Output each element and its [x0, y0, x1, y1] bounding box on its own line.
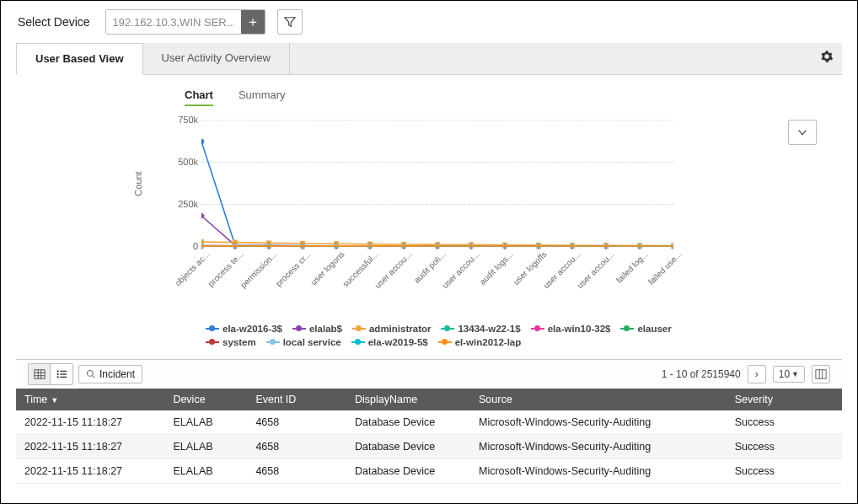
pager: 1 - 10 of 2515940 › 10 ▼	[662, 365, 830, 383]
xtick: audit logs...	[454, 249, 514, 309]
svg-point-96	[56, 373, 58, 375]
columns-icon	[815, 368, 827, 380]
chart-expand-button[interactable]	[788, 120, 817, 145]
legend-item[interactable]: ela-w2019-5$	[351, 337, 428, 347]
legend-marker-icon	[438, 341, 452, 343]
col-header[interactable]: Time▼	[16, 389, 164, 410]
columns-button[interactable]	[812, 365, 830, 383]
list-icon	[56, 368, 67, 380]
svg-rect-90	[34, 370, 44, 379]
ytick: 500k	[168, 157, 198, 167]
xtick: user logons	[286, 249, 346, 309]
chart-area: Count 0250k500k750k objects ac...process…	[159, 111, 699, 322]
tab-0[interactable]: User Based View	[16, 43, 143, 75]
legend-label: ela-w2019-5$	[368, 337, 428, 347]
svg-point-0	[201, 139, 204, 144]
col-header[interactable]: Severity	[727, 389, 842, 410]
legend-marker-icon	[441, 328, 454, 330]
legend-item[interactable]: el-win2012-lap	[438, 337, 522, 347]
page-size-select[interactable]: 10 ▼	[773, 366, 805, 383]
legend-marker-icon	[206, 341, 219, 343]
cell-severity: Success	[727, 410, 842, 435]
cell-severity: Success	[727, 435, 842, 459]
search-icon	[86, 369, 96, 379]
tab-1[interactable]: User Activity Overview	[143, 43, 290, 74]
view-list-button[interactable]	[51, 364, 72, 384]
ytick: 750k	[168, 115, 198, 125]
table-row[interactable]: 2022-11-15 11:18:27ELALAB4658Database De…	[16, 435, 842, 459]
legend-marker-icon	[352, 328, 366, 330]
table-row[interactable]: 2022-11-15 11:18:27ELALAB4658Database De…	[16, 410, 842, 435]
xtick: user accou...	[421, 249, 480, 309]
subtab-1[interactable]: Summary	[239, 85, 286, 106]
cell-event_id: 4658	[247, 410, 346, 435]
chart-legend: ela-w2016-3$elalab$administrator13434-w2…	[206, 324, 686, 347]
xtick: process te...	[185, 249, 244, 309]
chevron-right-icon: ›	[755, 368, 759, 380]
legend-item[interactable]: ela-w2016-3$	[206, 324, 282, 334]
chart-subtabs: ChartSummary	[185, 85, 825, 106]
legend-marker-icon	[206, 328, 219, 330]
col-header[interactable]: DisplayName	[346, 389, 470, 410]
legend-label: elalab$	[309, 324, 342, 334]
view-grid-button[interactable]	[29, 364, 51, 384]
cell-time: 2022-11-15 11:18:27	[16, 435, 164, 459]
xtick: user accou...	[522, 249, 582, 309]
table-row[interactable]: 2022-11-15 11:18:27ELALAB4658Database De…	[16, 459, 842, 484]
cell-display: Database Device	[346, 435, 470, 459]
subtab-0[interactable]: Chart	[185, 85, 213, 106]
y-axis-label: Count	[133, 171, 143, 196]
cell-source: Microsoft-Windows-Security-Auditing	[470, 435, 727, 459]
legend-label: ela-w2016-3$	[223, 324, 282, 334]
xtick: user logoffs	[488, 249, 548, 309]
page-size-value: 10	[779, 368, 790, 380]
legend-label: system	[223, 337, 256, 347]
xtick: objects ac...	[151, 249, 211, 309]
legend-item[interactable]: system	[206, 337, 256, 347]
events-table: Time▼DeviceEvent IDDisplayNameSourceSeve…	[16, 389, 842, 484]
legend-item[interactable]: administrator	[352, 324, 432, 334]
legend-item[interactable]: ela-win10-32$	[531, 324, 611, 334]
settings-button[interactable]	[820, 50, 834, 63]
main-tabs: User Based ViewUser Activity Overview	[16, 43, 842, 75]
filter-icon	[284, 16, 296, 28]
legend-marker-icon	[620, 328, 634, 330]
xtick: failed use...	[623, 249, 683, 309]
cell-time: 2022-11-15 11:18:27	[16, 459, 164, 484]
gear-icon	[820, 50, 834, 63]
col-header[interactable]: Device	[164, 389, 247, 410]
pager-next-button[interactable]: ›	[748, 365, 766, 383]
cell-device: ELALAB	[164, 435, 247, 459]
table-toolbar: Incident 1 - 10 of 2515940 › 10 ▼	[16, 359, 842, 389]
cell-source: Microsoft-Windows-Security-Auditing	[470, 459, 727, 484]
legend-item[interactable]: elauser	[620, 324, 671, 334]
sort-desc-icon: ▼	[51, 396, 58, 405]
cell-time: 2022-11-15 11:18:27	[16, 410, 164, 435]
cell-source: Microsoft-Windows-Security-Auditing	[470, 410, 727, 435]
grid-icon	[34, 368, 46, 380]
legend-item[interactable]: local service	[266, 337, 341, 347]
legend-item[interactable]: elalab$	[292, 324, 342, 334]
add-device-button[interactable]: ＋	[241, 10, 265, 34]
xtick: failed log...	[589, 249, 649, 309]
col-header[interactable]: Event ID	[247, 389, 346, 410]
device-input[interactable]	[106, 11, 241, 34]
header: Select Device ＋	[1, 1, 857, 40]
cell-display: Database Device	[346, 410, 470, 435]
incident-button[interactable]: Incident	[78, 365, 142, 383]
cell-device: ELALAB	[164, 459, 247, 484]
filter-button[interactable]	[277, 9, 303, 35]
select-device-label: Select Device	[18, 15, 90, 29]
cell-severity: Success	[727, 459, 842, 484]
svg-rect-103	[816, 370, 826, 379]
svg-point-97	[56, 376, 58, 378]
legend-item[interactable]: 13434-w22-1$	[441, 324, 520, 334]
legend-label: el-win2012-lap	[455, 337, 522, 347]
col-header[interactable]: Source	[470, 389, 727, 410]
legend-marker-icon	[531, 328, 544, 330]
xtick: permission...	[218, 249, 278, 309]
legend-marker-icon	[351, 341, 365, 343]
legend-label: ela-win10-32$	[548, 324, 611, 334]
cell-display: Database Device	[346, 459, 470, 484]
cell-device: ELALAB	[164, 410, 247, 435]
